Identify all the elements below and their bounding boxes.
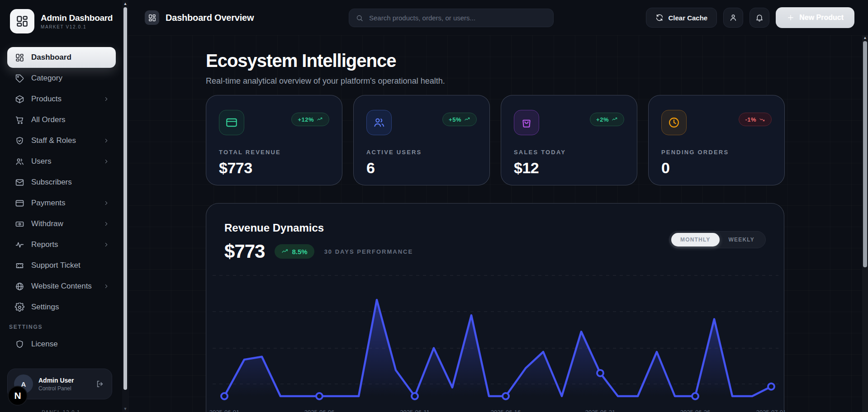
chevron-right-icon	[103, 200, 109, 206]
user-name: Admin User	[38, 377, 74, 384]
shield-icon	[14, 339, 24, 349]
page-scroll-up-arrow-icon[interactable]: ▲	[863, 36, 867, 40]
sidebar-item-payments[interactable]: Payments	[7, 193, 116, 213]
panel-version-label: PANEL 12.0.1	[0, 409, 122, 412]
user-info: Admin User Control Panel	[38, 377, 74, 392]
sidebar-item-label: All Orders	[31, 115, 66, 124]
trend-up-icon	[317, 116, 323, 123]
x-tick-label: 2025-07-01	[756, 409, 785, 412]
new-product-button[interactable]: New Product	[776, 7, 854, 28]
x-tick-label: 2025-06-26	[680, 409, 711, 412]
profile-button[interactable]	[723, 8, 743, 28]
trend-badge: +2%	[590, 113, 624, 126]
toggle-weekly[interactable]: WEEKLY	[720, 233, 764, 246]
chevron-right-icon	[103, 242, 109, 248]
sidebar-item-label: Category	[31, 74, 62, 83]
x-tick-label: 2025-06-21	[585, 409, 616, 412]
stat-value: $773	[219, 159, 329, 177]
chart-point-marker	[412, 393, 418, 399]
sidebar-item-dashboard[interactable]: Dashboard	[7, 47, 116, 68]
app-window: Admin Dashboard MARKET V12.0.1 Dashboard…	[0, 0, 868, 412]
brand-subtitle: MARKET V12.0.1	[41, 24, 113, 29]
chart-point-marker	[316, 393, 323, 399]
users-icon	[14, 156, 24, 166]
shield-check-icon	[14, 136, 24, 146]
sidebar-item-support-ticket[interactable]: Support Ticket	[7, 255, 116, 276]
trend-badge: -1%	[739, 113, 772, 126]
trend-down-icon	[759, 116, 765, 123]
sidebar-item-all-orders[interactable]: All Orders	[7, 109, 116, 130]
user-role: Control Panel	[38, 385, 74, 392]
chevron-right-icon	[103, 96, 109, 102]
search-input[interactable]	[368, 14, 547, 22]
new-product-label: New Product	[799, 14, 844, 22]
performance-caption: 30 DAYS PERFORMANCE	[324, 248, 413, 255]
mail-icon	[14, 177, 24, 187]
toggle-monthly[interactable]: MONTHLY	[671, 233, 720, 246]
trend-up-icon	[281, 248, 289, 255]
users-icon	[366, 110, 392, 135]
sidebar-item-products[interactable]: Products	[7, 89, 116, 109]
stat-label: TOTAL REVENUE	[219, 149, 329, 156]
stat-value: 0	[661, 159, 772, 177]
page-scrollbar[interactable]: ▲	[862, 35, 868, 412]
sidebar-scrollbar-thumb[interactable]	[123, 7, 127, 390]
credit-card-icon	[219, 110, 244, 135]
trend-badge: +5%	[442, 113, 477, 126]
sidebar-item-staff-roles[interactable]: Staff & Roles	[7, 130, 116, 151]
sidebar-item-label: Subscribers	[31, 178, 72, 187]
sidebar-item-reports[interactable]: Reports	[7, 234, 116, 255]
sidebar-item-website-contents[interactable]: Website Contents	[7, 276, 116, 297]
sidebar-item-category[interactable]: Category	[7, 68, 116, 89]
search-bar[interactable]	[349, 9, 554, 27]
sidebar-item-label: Settings	[31, 303, 59, 312]
sidebar-item-users[interactable]: Users	[7, 151, 116, 172]
floating-n-badge[interactable]: N	[8, 386, 28, 406]
sidebar-scrollbar[interactable]: ▲ ▼	[122, 0, 128, 412]
chart-point-marker	[221, 393, 228, 399]
sidebar-item-subscribers[interactable]: Subscribers	[7, 172, 116, 193]
tag-icon	[14, 73, 24, 83]
shopping-bag-icon	[514, 110, 539, 135]
stat-card-pending-orders: -1%PENDING ORDERS0	[648, 95, 785, 185]
cart-icon	[14, 115, 24, 125]
clear-cache-label: Clear Cache	[668, 14, 707, 22]
plus-icon	[787, 14, 795, 22]
sidebar-item-label: Products	[31, 95, 62, 104]
page-subtitle: Real-time analytical overview of your pl…	[206, 76, 862, 86]
chart-point-marker	[768, 384, 774, 390]
chevron-right-icon	[103, 137, 109, 144]
notifications-button[interactable]	[749, 8, 769, 28]
refresh-icon	[655, 14, 664, 22]
brand: Admin Dashboard MARKET V12.0.1	[10, 9, 116, 33]
sidebar-item-label: License	[31, 340, 58, 349]
stat-card-active-users: +5%ACTIVE USERS6	[353, 95, 490, 185]
topbar: Dashboard Overview Clear Cache New Produ…	[128, 0, 868, 35]
cash-icon	[14, 219, 24, 229]
main-area: Dashboard Overview Clear Cache New Produ…	[128, 0, 868, 412]
growth-badge: 8.5%	[275, 244, 314, 259]
sidebar-item-settings[interactable]: Settings	[7, 297, 116, 317]
sidebar-content: Admin Dashboard MARKET V12.0.1 Dashboard…	[0, 0, 122, 412]
page-scrollbar-thumb[interactable]	[863, 41, 867, 267]
revenue-panel: Revenue Dynamics $773 8.5% 30 DAYS PERFO…	[206, 203, 784, 412]
x-tick-label: 2025-06-06	[304, 409, 335, 412]
gear-icon	[14, 302, 24, 312]
revenue-value: $773	[224, 241, 265, 262]
stat-value: $12	[514, 159, 624, 177]
clear-cache-button[interactable]: Clear Cache	[646, 8, 717, 28]
trend-up-icon	[464, 116, 470, 123]
chevron-right-icon	[103, 283, 109, 289]
sidebar-item-license[interactable]: License	[7, 334, 116, 355]
logout-icon[interactable]	[95, 379, 104, 388]
scroll-down-arrow-icon[interactable]: ▼	[123, 407, 128, 411]
globe-icon	[14, 281, 24, 291]
content-scroll-area[interactable]: Ecosystem Intelligence Real-time analyti…	[128, 35, 862, 412]
ticket-icon	[14, 260, 24, 270]
sidebar-item-label: Payments	[31, 199, 66, 208]
x-tick-label: 2025-06-11	[400, 409, 430, 412]
bell-icon	[755, 13, 764, 22]
scroll-up-arrow-icon[interactable]: ▲	[123, 1, 128, 6]
sidebar-item-withdraw[interactable]: Withdraw	[7, 213, 116, 234]
sidebar-section-label: SETTINGS	[9, 324, 116, 330]
